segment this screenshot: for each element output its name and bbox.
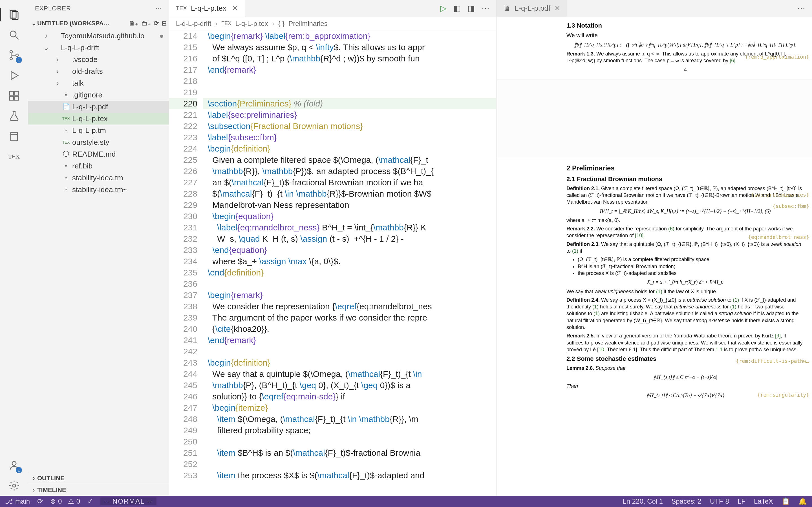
tree-file[interactable]: ◦stability-idea.tm~ <box>28 184 169 195</box>
chevron-right-icon[interactable]: › <box>31 474 37 482</box>
tree-file[interactable]: ◦stability-idea.tm <box>28 172 169 184</box>
synctex-label: {rem:difficult-is-pathw… <box>736 358 809 364</box>
tree-folder[interactable]: ⌄L-q-L-p-drift <box>28 42 169 54</box>
tree-folder[interactable]: ›talk <box>28 77 169 89</box>
pdf-text: Remark 2.2. <box>566 226 595 231</box>
feedback-icon[interactable]: 📋 <box>781 497 790 505</box>
pdf-text: to <box>566 248 572 254</box>
synctex-label: {eq:mandelbrot_ness} <box>748 234 809 240</box>
pdf-text: In view of a general version of the Yama… <box>595 333 775 339</box>
tree-file[interactable]: ◦L-q-L-p.tm <box>28 124 169 136</box>
settings-gear-icon[interactable] <box>7 479 21 492</box>
tree-file[interactable]: 📄L-q-L-p.pdf <box>28 101 169 113</box>
tex-file-icon: TEX <box>176 5 187 11</box>
account-icon[interactable]: 1 <box>7 459 21 472</box>
pdf-link[interactable]: [10] <box>635 233 644 238</box>
sidebar-more-icon[interactable]: ⋯ <box>156 5 162 12</box>
check-icon[interactable]: ✓ <box>87 497 93 505</box>
pdf-text: We consider the representation <box>595 226 668 231</box>
pdf-link[interactable]: (1) <box>656 289 662 294</box>
preview-tab[interactable]: 🗎 L-q-L-p.pdf ✕ <box>497 0 567 17</box>
tab-more-icon[interactable]: ⋯ <box>481 4 490 13</box>
code-editor[interactable]: 2142152162172182192202212222232242252262… <box>169 31 496 496</box>
activity-bar: 1 TEX 1 <box>0 0 28 496</box>
pdf-link[interactable]: (1) <box>592 304 599 309</box>
pdf-link[interactable]: [6] <box>730 58 735 63</box>
run-icon[interactable]: ▷ <box>441 4 447 13</box>
breadcrumb[interactable]: L-q-L-p-drift› TEX L-q-L-p.tex› { } Prel… <box>169 17 496 31</box>
refresh-icon[interactable]: ⟳ <box>154 20 159 27</box>
account-badge: 1 <box>16 467 22 473</box>
extensions-icon[interactable] <box>7 89 21 103</box>
pdf-text: . <box>644 233 645 238</box>
pdf-link[interactable]: 10 <box>599 347 604 352</box>
tree-folder[interactable]: ›ToyomuMatsuda.github.io● <box>28 30 169 42</box>
pdf-equation: X_t = x + ∫_0^t b_r(X_r) dr + B^H_t. <box>566 279 804 286</box>
git-branch[interactable]: ⎇ main <box>5 497 30 505</box>
pdf-text: Definition 2.1. <box>566 186 600 191</box>
pdf-text: where a_+ := max{a, 0}. <box>566 217 804 224</box>
new-file-icon[interactable]: 🗎₊ <box>129 20 139 27</box>
tree-file[interactable]: TEXL-q-L-p.tex <box>28 113 169 124</box>
timeline-section[interactable]: TIMELINE <box>37 487 66 494</box>
svg-rect-11 <box>14 96 18 100</box>
sync-icon[interactable]: ⟳ <box>37 497 43 505</box>
cursor-position[interactable]: Ln 220, Col 1 <box>622 497 663 505</box>
close-tab-icon[interactable]: ✕ <box>232 4 238 13</box>
problems[interactable]: ⊗ 0 ⚠ 0 <box>50 497 80 505</box>
preview-more-icon[interactable]: ⋯ <box>797 4 805 13</box>
tex-icon[interactable]: TEX <box>7 150 21 163</box>
pdf-text: to <box>726 297 733 303</box>
explorer-icon[interactable] <box>7 8 21 21</box>
encoding[interactable]: UTF-8 <box>710 497 729 505</box>
editor-tab[interactable]: TEX L-q-L-p.tex ✕ <box>169 0 245 17</box>
indentation[interactable]: Spaces: 2 <box>671 497 702 505</box>
breadcrumb-item[interactable]: L-q-L-p-drift <box>176 20 211 27</box>
svg-rect-12 <box>10 132 17 141</box>
pdf-text: We say a process X = (X_t)_{t≥0} is a <box>600 297 687 303</box>
synctex-label: {rem:singularity} <box>757 392 809 398</box>
collapse-icon[interactable]: ⊟ <box>161 20 167 27</box>
search-icon[interactable] <box>7 28 21 42</box>
tree-folder[interactable]: ›.vscode <box>28 54 169 65</box>
outline-section[interactable]: OUTLINE <box>37 474 64 482</box>
pdf-text: strong solution <box>719 311 752 316</box>
chevron-down-icon[interactable]: ⌄ <box>31 20 37 27</box>
new-folder-icon[interactable]: 🗀₊ <box>141 20 151 27</box>
breadcrumb-item[interactable]: L-q-L-p.tex <box>235 20 268 27</box>
source-control-icon[interactable]: 1 <box>7 48 21 62</box>
tree-file[interactable]: ⓘREADME.md <box>28 148 169 160</box>
book-icon[interactable] <box>7 129 21 143</box>
breadcrumb-item[interactable]: Preliminaries <box>289 20 327 27</box>
pdf-link[interactable]: (1) <box>594 311 600 316</box>
pdf-link[interactable]: (1) <box>572 248 578 254</box>
pdf-text: weak solution <box>770 241 801 247</box>
pdf-link[interactable]: [9] <box>775 333 781 339</box>
pdf-link[interactable]: (1) <box>730 304 737 309</box>
pdf-link[interactable]: (6) <box>668 226 674 231</box>
chevron-right-icon[interactable]: › <box>31 487 37 494</box>
bell-icon[interactable]: 🔔 <box>799 497 807 505</box>
run-debug-icon[interactable] <box>7 69 21 82</box>
tree-folder[interactable]: ›old-drafts <box>28 65 169 77</box>
list-item: the process X is (ℱ_t)-adapted and satis… <box>578 270 804 277</box>
pdf-link[interactable]: 1.1 <box>716 347 723 352</box>
svg-point-5 <box>10 57 12 60</box>
close-tab-icon[interactable]: ✕ <box>554 4 560 13</box>
pdf-text: Remark 2.5. <box>566 333 595 339</box>
beaker-icon[interactable] <box>7 109 21 123</box>
svg-rect-8 <box>10 91 13 95</box>
tree-file[interactable]: TEXourstyle.sty <box>28 136 169 148</box>
language-mode[interactable]: LaTeX <box>754 497 773 505</box>
pdf-link[interactable]: (1) <box>733 297 739 303</box>
tree-file[interactable]: ◦ref.bib <box>28 160 169 172</box>
svg-point-4 <box>10 50 12 53</box>
split-icon[interactable]: ◧ <box>453 4 461 13</box>
split-right-icon[interactable]: ◨ <box>467 4 475 13</box>
pdf-text: strong existence <box>693 318 730 323</box>
tree-file[interactable]: ◦.gitignore <box>28 89 169 101</box>
pdf-text: Lemma 2.6. <box>566 365 594 371</box>
eol[interactable]: LF <box>738 497 746 505</box>
tab-label: L-q-L-p.tex <box>191 4 226 13</box>
editor-pane: TEX L-q-L-p.tex ✕ ▷ ◧ ◨ ⋯ L-q-L-p-drift›… <box>169 0 496 496</box>
